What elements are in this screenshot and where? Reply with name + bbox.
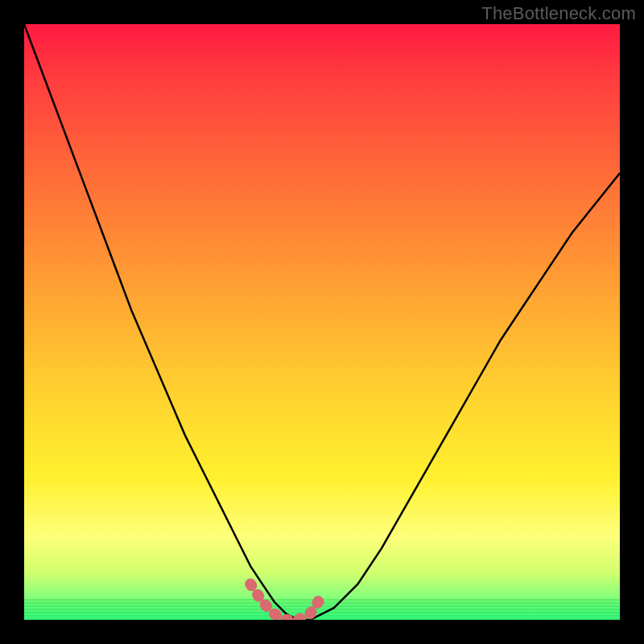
bottleneck-curve xyxy=(24,24,620,620)
chart-frame: TheBottleneck.com xyxy=(0,0,644,644)
watermark-text: TheBottleneck.com xyxy=(481,3,636,24)
minimum-highlight xyxy=(250,584,322,620)
curve-svg xyxy=(24,24,620,620)
plot-area xyxy=(24,24,620,620)
